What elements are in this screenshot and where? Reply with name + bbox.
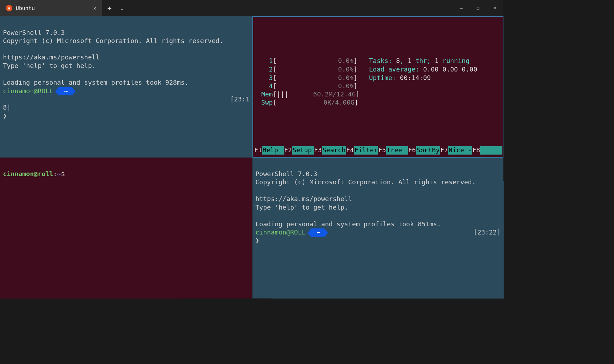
htop-flabel[interactable]: SortBy	[416, 146, 440, 154]
ps-url: https://aka.ms/powershell	[256, 195, 352, 203]
window-controls: — ☐ ✕	[453, 0, 504, 16]
ps-copyright: Copyright (c) Microsoft Corporation. All…	[3, 37, 223, 44]
ps-url: https://aka.ms/powershell	[3, 54, 100, 61]
tab-title: Ubuntu	[16, 5, 88, 11]
htop-flabel[interactable]: Help	[262, 146, 284, 154]
prompt-caret: ❯	[3, 112, 7, 120]
htop-fkey[interactable]: F2	[284, 146, 292, 154]
bash-prompt: cinnamon@roll:~$	[3, 170, 65, 178]
htop-meters: 1[0.0%] Tasks: 8, 1 thr; 1 running 2[0.0…	[256, 37, 501, 124]
htop-flabel[interactable]: Nice -	[448, 146, 472, 154]
time-wrap: 8]	[3, 104, 11, 111]
prompt-time: [23:22]	[473, 228, 500, 237]
ps-loading: Loading personal and system profiles too…	[256, 220, 441, 228]
pane-bottom-right[interactable]: PowerShell 7.0.3 Copyright (c) Microsoft…	[252, 158, 503, 299]
ps-loading: Loading personal and system profiles too…	[3, 79, 188, 86]
prompt-time: [23:1	[230, 95, 250, 104]
htop-fkey[interactable]: F8	[472, 146, 480, 154]
minimize-button[interactable]: —	[453, 0, 470, 16]
ubuntu-icon: ◉	[6, 5, 12, 11]
new-tab-button[interactable]: +	[102, 4, 117, 12]
ps-copyright: Copyright (c) Microsoft Corporation. All…	[256, 179, 476, 186]
htop-fkey[interactable]: F1	[254, 146, 262, 154]
maximize-button[interactable]: ☐	[469, 0, 487, 16]
tab-close-button[interactable]: ×	[92, 4, 97, 12]
tab-ubuntu[interactable]: ◉ Ubuntu ×	[0, 0, 102, 16]
htop-flabel[interactable]: Search	[322, 146, 346, 154]
htop-flabel[interactable]	[480, 146, 502, 154]
ps-help: Type 'help' to get help.	[3, 62, 96, 70]
tab-dropdown-button[interactable]: ⌄	[117, 5, 127, 11]
titlebar: ◉ Ubuntu × + ⌄ — ☐ ✕	[0, 0, 504, 16]
ps-version: PowerShell 7.0.3	[3, 29, 65, 36]
htop-fkey[interactable]: F6	[408, 146, 416, 154]
pane-bottom-left[interactable]: cinnamon@roll:~$	[0, 158, 252, 299]
prompt-user: cinnamon@ROLL	[3, 87, 53, 95]
ps-version: PowerShell 7.0.3	[256, 170, 318, 178]
pane-top-left[interactable]: PowerShell 7.0.3 Copyright (c) Microsoft…	[0, 16, 252, 158]
prompt-caret: ❯	[256, 237, 259, 244]
htop-fkey[interactable]: F3	[314, 146, 322, 154]
htop-fkey[interactable]: F7	[440, 146, 448, 154]
terminal-panes: PowerShell 7.0.3 Copyright (c) Microsoft…	[0, 16, 504, 299]
htop-flabel[interactable]: Filter	[354, 146, 378, 154]
prompt-path: ~	[311, 228, 324, 237]
prompt-user: cinnamon@ROLL	[256, 229, 306, 236]
htop-fkey[interactable]: F5	[378, 146, 386, 154]
pane-top-right-htop[interactable]: 1[0.0%] Tasks: 8, 1 thr; 1 running 2[0.0…	[252, 16, 503, 158]
ps-help: Type 'help' to get help.	[256, 204, 348, 211]
htop-footer: F1Help F2SetupF3SearchF4FilterF5Tree F6S…	[253, 146, 503, 157]
htop-flabel[interactable]: Setup	[292, 146, 314, 154]
htop-fkey[interactable]: F4	[346, 146, 354, 154]
prompt-path: ~	[59, 87, 71, 95]
close-window-button[interactable]: ✕	[487, 0, 504, 16]
htop-flabel[interactable]: Tree	[386, 146, 408, 154]
